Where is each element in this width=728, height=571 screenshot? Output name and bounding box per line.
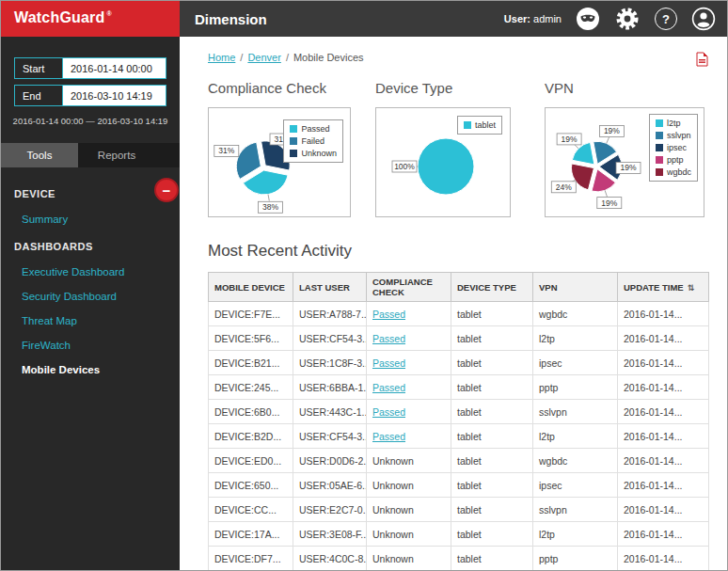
cell-last-user: USER:1C8F-3... [293,351,367,375]
column-header-device-type[interactable]: DEVICE TYPE [451,273,533,302]
column-header-compliance-check[interactable]: COMPLIANCE CHECK [367,273,451,302]
sidebar-item-executive-dashboard[interactable]: Executive Dashboard [1,260,180,284]
help-icon[interactable]: ? [655,8,677,30]
cell-compliance-check: Unknown [367,498,451,522]
cell-last-user: USER:D0D6-2... [293,449,367,473]
cell-device-type: tablet [451,326,533,351]
cell-vpn: l2tp [533,326,618,351]
legend-label: sslvpn [667,131,691,140]
cell-mobile-device: DEVICE:6B0... [209,400,293,424]
chart-title-device-type: Device Type [375,80,511,96]
legend-swatch [290,137,297,145]
table-row: DEVICE:5F6...USER:CF54-3...Passedtabletl… [209,326,709,351]
watchguard-logo: WatchGuard® [1,1,180,37]
sidebar-item-threat-map[interactable]: Threat Map [1,309,180,333]
compliance-passed-link[interactable]: Passed [372,382,405,393]
tab-reports[interactable]: Reports [78,143,155,167]
column-header-last-user[interactable]: LAST USER [293,273,367,302]
compliance-passed-link[interactable]: Passed [372,309,405,320]
compliance-passed-link[interactable]: Passed [372,357,405,369]
tab-tools[interactable]: Tools [1,143,78,167]
cell-mobile-device: DEVICE:245... [209,375,293,400]
compliance-passed-link[interactable]: Passed [372,406,405,418]
legend-label: Passed [301,124,329,134]
sidebar-nav: DEVICESummaryDASHBOARDSExecutive Dashboa… [1,179,180,382]
cell-vpn: l2tp [533,522,618,547]
settings-gear-icon[interactable] [614,6,641,32]
table-row: DEVICE:F7E...USER:A788-7...Passedtabletw… [209,302,709,326]
column-header-vpn[interactable]: VPN [533,273,618,302]
cell-last-user: USER:CF54-3... [293,424,367,449]
sort-icon[interactable]: ⇅ [688,283,695,293]
sidebar-item-security-dashboard[interactable]: Security Dashboard [1,284,180,309]
chart-title-vpn: VPN [545,80,704,96]
cell-update-time: 2016-01-14... [618,400,709,424]
svg-text:19%: 19% [562,135,578,144]
collapse-device-section-button[interactable]: − [154,178,179,202]
cell-device-type: tablet [451,351,533,375]
breadcrumb-home-link[interactable]: Home [208,52,235,63]
cell-last-user: USER:A788-7... [293,302,367,326]
cell-compliance-check: Passed [367,326,451,351]
cell-mobile-device: DEVICE:650... [209,473,293,498]
legend-label: ipsec [667,143,687,152]
table-row: DEVICE:17A...USER:3E08-F...Unknowntablet… [209,522,709,547]
cell-mobile-device: DEVICE:ED0... [209,449,293,473]
breadcrumb: Home/Denver/Mobile Devices [208,52,364,63]
cell-mobile-device: DEVICE:B21... [209,351,293,375]
column-label: MOBILE DEVICE [214,282,285,293]
pdf-export-icon[interactable] [696,52,708,67]
cell-update-time: 2016-01-14... [618,375,709,400]
cell-vpn: wgbdc [533,302,618,326]
legend-swatch [656,168,663,176]
start-date-input[interactable]: 2016-01-14 00:00 [63,57,166,79]
end-date-input[interactable]: 2016-03-10 14:19 [63,85,166,106]
column-label: LAST USER [299,282,350,293]
breadcrumb-separator: / [286,52,289,63]
mask-icon[interactable] [576,7,600,31]
top-bar-right: User: admin ? [504,6,727,32]
cell-vpn: wgbdc [533,449,618,473]
sidebar-item-summary[interactable]: Summary [1,207,180,231]
end-date-row: End 2016-03-10 14:19 [14,85,166,106]
end-date-label: End [14,85,63,106]
compliance-chart-box: 38%31%31% PassedFailedUnknown [208,107,351,217]
cell-vpn: ipsec [533,473,618,498]
breadcrumb-denver-link[interactable]: Denver [247,52,280,63]
cell-device-type: tablet [451,547,533,571]
compliance-passed-link[interactable]: Passed [372,333,405,344]
column-header-update-time[interactable]: UPDATE TIME⇅ [618,273,709,302]
cell-update-time: 2016-01-14... [618,424,709,449]
account-icon[interactable] [691,7,716,31]
cell-update-time: 2016-01-14... [618,522,709,547]
sidebar-item-mobile-devices[interactable]: Mobile Devices [1,357,180,382]
top-bar: WatchGuard® Dimension User: admin ? [1,1,727,37]
start-date-label: Start [14,57,63,79]
cell-mobile-device: DEVICE:B2D... [209,424,293,449]
cell-compliance-check: Unknown [367,449,451,473]
cell-last-user: USER:E2C7-0... [293,498,367,522]
svg-text:24%: 24% [556,182,572,192]
svg-text:38%: 38% [262,202,278,212]
cell-last-user: USER:3E08-F... [293,522,367,547]
main-content: Home/Denver/Mobile Devices Compliance Ch… [180,37,728,571]
cell-device-type: tablet [451,400,533,424]
column-header-mobile-device[interactable]: MOBILE DEVICE [209,273,293,302]
svg-text:19%: 19% [601,198,617,208]
column-label: DEVICE TYPE [457,282,516,293]
compliance-passed-link[interactable]: Passed [372,431,405,442]
legend-swatch [656,156,663,164]
legend-label: tablet [475,120,496,130]
table-row: DEVICE:6B0...USER:443C-1...Passedtablets… [209,400,709,424]
sidebar-section-title-dashboards: DASHBOARDS [1,231,180,260]
legend-label: wgbdc [667,167,691,177]
sidebar-item-firewatch[interactable]: FireWatch [1,333,180,357]
user-label: User: [504,13,530,24]
cell-mobile-device: DEVICE:CC... [209,498,293,522]
cell-mobile-device: DEVICE:5F6... [209,326,293,351]
legend-item-tablet: tablet [464,120,496,130]
vpn-panel: VPN 19%19%19%19%24% l2tpsslvpnipsecpptpw… [545,80,704,217]
cell-last-user: USER:05AE-6... [293,473,367,498]
cell-device-type: tablet [451,375,533,400]
vpn-chart-box: 19%19%19%19%24% l2tpsslvpnipsecpptpwgbdc [545,107,704,217]
